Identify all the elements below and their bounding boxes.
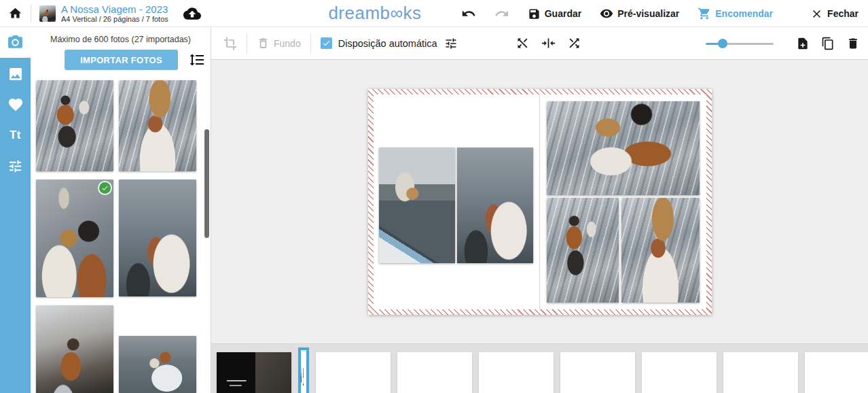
header-divider — [31, 5, 31, 22]
auto-layout-options-button[interactable] — [444, 37, 458, 50]
image-icon — [7, 66, 24, 82]
left-page-photo-row — [374, 148, 539, 263]
check-icon — [322, 39, 331, 48]
sidebar-item-settings[interactable] — [7, 158, 24, 174]
zoom-slider-thumb[interactable] — [718, 39, 727, 48]
filmstrip-page-blank[interactable] — [642, 352, 717, 393]
sidebar-item-photos[interactable] — [0, 27, 31, 58]
page-photo[interactable] — [547, 198, 619, 303]
page-right[interactable] — [540, 95, 706, 309]
filmstrip-page-selected[interactable] — [298, 347, 309, 393]
redo-icon — [494, 6, 509, 21]
photo-thumbnail[interactable] — [36, 80, 113, 171]
sliders-icon — [7, 158, 23, 174]
text-icon: Tt — [10, 129, 21, 142]
sidebar-item-favorites[interactable] — [7, 97, 24, 113]
sidebar-item-layouts[interactable] — [7, 66, 24, 82]
undo-button[interactable] — [461, 6, 476, 21]
tune-icon — [444, 37, 458, 50]
save-button[interactable]: Guardar — [528, 7, 581, 20]
filmstrip-page-blank[interactable] — [316, 352, 391, 393]
sort-photos-button[interactable] — [189, 52, 205, 68]
close-icon — [810, 7, 823, 20]
duplicate-page-button[interactable] — [821, 37, 835, 50]
sidebar-item-text[interactable]: Tt — [7, 127, 24, 143]
toolbar-divider — [247, 34, 247, 53]
filmstrip-page-cover[interactable] — [217, 352, 291, 393]
compress-icon — [541, 36, 556, 50]
save-icon — [528, 7, 541, 20]
photo-thumbnail[interactable] — [119, 80, 196, 171]
preview-button[interactable]: Pré-visualizar — [600, 7, 679, 20]
background-label: Fundo — [274, 38, 301, 49]
photo-thumbnail[interactable] — [119, 336, 196, 393]
dreambooks-logo: dreamb∞ks — [321, 3, 429, 24]
background-button[interactable]: Fundo — [257, 37, 301, 50]
copy-icon — [821, 37, 835, 50]
photo-thumbnail[interactable] — [36, 180, 113, 297]
page-filmstrip — [211, 343, 868, 393]
filmstrip-page-blank[interactable] — [479, 352, 554, 393]
filmstrip-page-blank[interactable] — [397, 352, 472, 393]
home-button[interactable] — [8, 6, 22, 20]
crop-button[interactable] — [223, 37, 237, 50]
thumbnail-column-left — [36, 80, 113, 393]
photo-thumbnail[interactable] — [36, 305, 113, 393]
zoom-slider-track — [706, 43, 774, 45]
project-title: A Nossa Viagem - 2023 — [61, 3, 168, 15]
page-photo[interactable] — [457, 148, 533, 263]
editor-toolbar: Fundo Disposição automática — [211, 27, 868, 59]
right-page-photo-row — [547, 198, 700, 303]
zoom-slider[interactable] — [706, 39, 774, 48]
left-rail-blue: Tt — [0, 58, 31, 393]
filmstrip-page-blank[interactable] — [805, 352, 868, 393]
redo-button[interactable] — [494, 6, 509, 21]
add-page-button[interactable] — [796, 37, 810, 50]
undo-icon — [461, 6, 476, 21]
editor-main: Fundo Disposição automática — [211, 27, 868, 393]
toolbar-divider — [310, 34, 311, 53]
page-left[interactable] — [374, 95, 540, 309]
auto-layout-checkbox[interactable] — [321, 37, 332, 49]
left-rail: Tt — [0, 27, 31, 393]
book-spread[interactable] — [368, 89, 712, 315]
add-page-icon — [796, 37, 810, 50]
header-actions: Guardar Pré-visualizar Encomendar Fechar — [461, 0, 858, 27]
save-label: Guardar — [545, 8, 581, 19]
shuffle-icon — [516, 36, 530, 50]
thumbnail-column-right — [119, 80, 196, 393]
preview-eye-icon — [600, 7, 613, 20]
cloud-upload-icon — [183, 5, 201, 22]
photo-thumbnail[interactable] — [119, 180, 196, 296]
shuffle-icon — [567, 36, 581, 50]
compress-layout-button[interactable] — [541, 36, 556, 50]
project-subtitle: A4 Vertical / 26 páginas / 7 fotos — [61, 15, 168, 23]
import-photos-button[interactable]: IMPORTAR FOTOS — [65, 50, 178, 70]
line-spacing-icon — [189, 52, 205, 68]
photo-limit-text: Máximo de 600 fotos (27 importadas) — [31, 35, 211, 44]
order-button[interactable]: Encomendar — [698, 7, 773, 20]
check-icon — [101, 184, 109, 192]
toolbar-right-group — [706, 37, 860, 50]
delete-icon — [846, 37, 860, 50]
shuffle-layout-button[interactable] — [567, 36, 581, 50]
shuffle-photos-button[interactable] — [516, 36, 530, 50]
editor-canvas — [211, 59, 868, 343]
page-photo[interactable] — [621, 198, 700, 303]
heart-icon — [7, 97, 24, 113]
camera-icon — [7, 34, 24, 51]
crop-icon — [223, 37, 237, 50]
mini-photo — [301, 368, 302, 386]
page-photo[interactable] — [547, 101, 700, 195]
panel-scrollbar[interactable] — [204, 129, 209, 238]
close-button[interactable]: Fechar — [810, 7, 858, 20]
photo-panel-toolbar: IMPORTAR FOTOS — [31, 50, 211, 70]
project-thumbnail — [39, 5, 56, 22]
delete-page-button[interactable] — [846, 37, 860, 50]
filmstrip-page-blank[interactable] — [560, 352, 635, 393]
page-photo[interactable] — [379, 148, 455, 263]
filmstrip-page-blank[interactable] — [723, 352, 798, 393]
order-label: Encomendar — [715, 8, 773, 19]
photo-panel: Máximo de 600 fotos (27 importadas) IMPO… — [31, 27, 211, 393]
close-label: Fechar — [827, 8, 858, 19]
